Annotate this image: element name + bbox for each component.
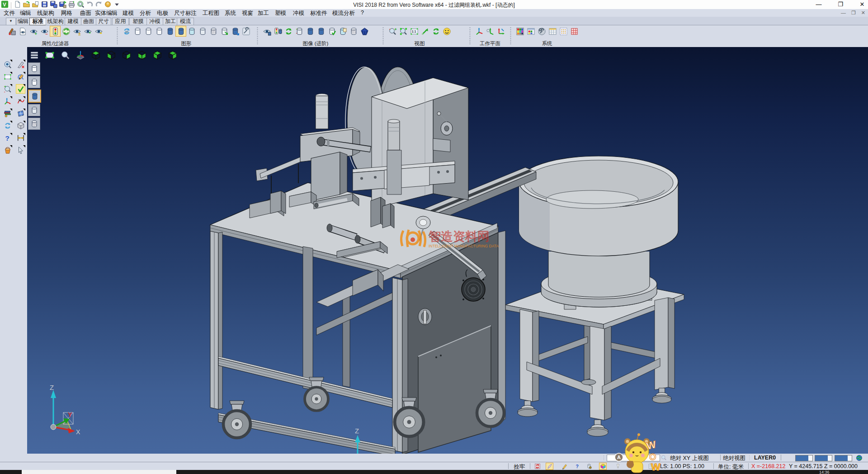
- eyerefresh-icon[interactable]: [61, 26, 71, 37]
- cylblue-icon[interactable]: [316, 26, 326, 37]
- curveX-tool-icon[interactable]: [16, 97, 25, 105]
- toolbar-tab-8[interactable]: 塑膜: [129, 18, 147, 25]
- menu-item-11[interactable]: 工程图: [203, 9, 220, 17]
- eyepm-icon[interactable]: ±: [71, 26, 82, 37]
- redgrid-icon[interactable]: [569, 26, 580, 37]
- trafficcyl-icon[interactable]: [272, 26, 283, 37]
- toolbar-tab-6[interactable]: 尺寸: [96, 18, 111, 25]
- magplus-icon[interactable]: +-: [387, 26, 398, 37]
- render-mode-cylwhite-icon[interactable]: [28, 104, 40, 116]
- cylarrow-icon[interactable]: [230, 26, 241, 37]
- checkHL-tool-icon[interactable]: [16, 85, 25, 93]
- refreshcyl-icon[interactable]: [121, 26, 132, 37]
- cylblue-icon[interactable]: [175, 26, 186, 37]
- toolbar-tab-4[interactable]: 建模: [65, 18, 81, 25]
- minusyellow-icon[interactable]: [93, 26, 104, 37]
- view-vframe-icon[interactable]: [44, 50, 55, 61]
- render-mode-cylblue-icon[interactable]: [28, 90, 41, 103]
- refreshcircle-icon[interactable]: [430, 26, 441, 37]
- status-quest-icon[interactable]: ?: [573, 463, 581, 470]
- toolbar-tab-10[interactable]: 加工: [163, 18, 178, 25]
- menu-item-2[interactable]: 编辑: [20, 9, 31, 17]
- toolbar-tab-9[interactable]: 冲模: [146, 18, 163, 25]
- cylblue-icon[interactable]: [305, 26, 316, 37]
- axisArr-tool-icon[interactable]: [3, 97, 12, 105]
- close-button[interactable]: ✕: [858, 1, 866, 8]
- cubeGray-tool-icon[interactable]: [16, 121, 25, 130]
- questB-tool-icon[interactable]: ?: [3, 133, 12, 142]
- toolbar-tab-3[interactable]: 线架构: [46, 18, 65, 25]
- cylgreen-icon[interactable]: [219, 26, 230, 37]
- brushtrash-icon[interactable]: [6, 26, 17, 37]
- view-cubeD-icon[interactable]: [137, 50, 147, 61]
- taskbar-window-preview[interactable]: [22, 470, 176, 474]
- eyecyls-icon[interactable]: [261, 26, 272, 37]
- dotsgrid-icon[interactable]: [558, 26, 569, 37]
- layer-color-swatch-2[interactable]: [815, 455, 832, 461]
- minimize-button[interactable]: —: [815, 1, 823, 8]
- measureH-tool-icon[interactable]: [16, 133, 25, 142]
- status-featherY-icon[interactable]: [546, 463, 553, 470]
- bucketO-tool-icon[interactable]: [3, 146, 12, 154]
- view-vaxis-icon[interactable]: [75, 50, 86, 61]
- toolbar-tab-7[interactable]: 应用: [112, 18, 129, 25]
- pencilS-tool-icon[interactable]: [16, 72, 25, 81]
- child-minimize-button[interactable]: —: [841, 10, 846, 16]
- menu-item-18[interactable]: 模流分析: [332, 9, 355, 17]
- eyeplus-icon[interactable]: +: [28, 26, 39, 37]
- selectG-tool-icon[interactable]: [16, 146, 25, 154]
- frameSel-tool-icon[interactable]: [3, 72, 12, 81]
- menu-item-19[interactable]: ?: [361, 9, 364, 16]
- menu-item-1[interactable]: 文件: [4, 9, 15, 17]
- status-beecyl-icon[interactable]: [585, 463, 593, 470]
- cylwhite-icon[interactable]: [197, 26, 208, 37]
- zoomPM-tool-icon[interactable]: +-: [3, 85, 12, 93]
- view-cubeF-icon[interactable]: [167, 50, 178, 61]
- plusgreen-icon[interactable]: [82, 26, 93, 37]
- tab-dropdown-button[interactable]: ▼: [6, 18, 16, 25]
- polyhedron-icon[interactable]: [359, 26, 370, 37]
- cylout-icon[interactable]: [132, 26, 143, 37]
- menu-item-3[interactable]: 线架构: [37, 9, 54, 17]
- booksPal-tool-icon[interactable]: [3, 109, 12, 118]
- axisico-icon[interactable]: [474, 26, 485, 37]
- traffic-icon[interactable]: [50, 26, 61, 37]
- menu-item-8[interactable]: 分析: [140, 9, 151, 17]
- one2one-icon[interactable]: 1:1: [409, 26, 420, 37]
- wrenchico-icon[interactable]: [241, 26, 251, 37]
- eyeminus-icon[interactable]: –: [39, 26, 50, 37]
- status-view-abs[interactable]: 绝对视图: [723, 455, 745, 462]
- menu-item-13[interactable]: 视窗: [242, 9, 253, 17]
- render-mode-cylout-icon[interactable]: [28, 62, 40, 75]
- menu-item-6[interactable]: 实体编辑: [95, 9, 118, 17]
- menu-item-17[interactable]: 标准件: [310, 9, 327, 17]
- child-restore-button[interactable]: ❐: [851, 10, 856, 16]
- viewport-3d[interactable]: ZXYZ智造资料网INTELLIGENT MANUFACTURING DATA: [27, 47, 868, 454]
- status-pencil2-icon[interactable]: [561, 463, 568, 470]
- pmcyl-icon[interactable]: +–: [294, 26, 305, 37]
- palwin-icon[interactable]: [525, 26, 536, 37]
- greenarrow-icon[interactable]: [420, 26, 430, 37]
- child-close-button[interactable]: ✕: [861, 10, 865, 16]
- axisarrows-icon[interactable]: [495, 26, 506, 37]
- toolbar-tab-2[interactable]: 标准: [29, 18, 46, 25]
- cylhatch-icon[interactable]: [208, 26, 219, 37]
- view-vmag-icon[interactable]: [60, 50, 71, 61]
- view-cubeA-icon[interactable]: [90, 50, 101, 61]
- knifeX-tool-icon[interactable]: [16, 60, 25, 69]
- cylpage-icon[interactable]: [337, 26, 348, 37]
- cylhatch-icon[interactable]: [348, 26, 359, 37]
- view-cubeC-icon[interactable]: [121, 50, 132, 61]
- cylout-icon[interactable]: [143, 26, 154, 37]
- toolbar-tab-11[interactable]: 模流: [177, 18, 194, 25]
- menu-item-12[interactable]: 系统: [225, 9, 236, 17]
- cylout-icon[interactable]: [154, 26, 165, 37]
- refreshB-tool-icon[interactable]: [3, 121, 12, 130]
- cylcyan-icon[interactable]: [186, 26, 197, 37]
- magEye-tool-icon[interactable]: [3, 60, 12, 69]
- winBlue-tool-icon[interactable]: [16, 109, 25, 118]
- axisgreen-icon[interactable]: [485, 26, 495, 37]
- menu-item-15[interactable]: 塑模: [275, 9, 286, 17]
- cylcheck-icon[interactable]: [326, 26, 337, 37]
- menu-item-4[interactable]: 网格: [61, 9, 72, 17]
